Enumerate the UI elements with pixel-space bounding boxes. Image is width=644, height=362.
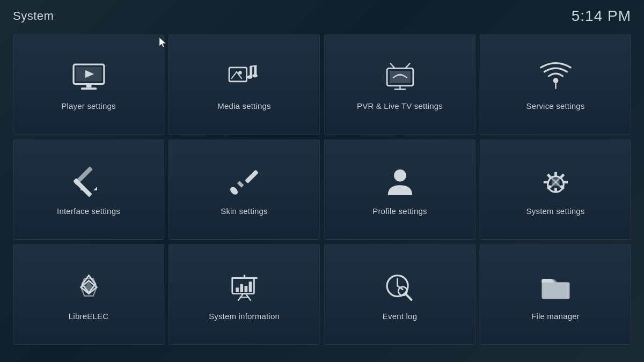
system-information-icon [225, 269, 263, 306]
tile-event-log[interactable]: Event log [324, 244, 475, 345]
svg-point-26 [229, 186, 239, 196]
interface-settings-icon [70, 164, 107, 201]
svg-rect-48 [240, 284, 243, 292]
tile-interface-settings[interactable]: Interface settings [13, 139, 164, 240]
file-manager-label: File manager [531, 312, 580, 321]
pvr-settings-label: PVR & Live TV settings [357, 101, 443, 110]
event-log-label: Event log [383, 312, 417, 321]
svg-rect-30 [554, 188, 557, 193]
skin-settings-icon [225, 164, 263, 201]
tile-pvr-settings[interactable]: PVR & Live TV settings [324, 34, 475, 135]
svg-point-27 [394, 169, 406, 182]
svg-rect-29 [554, 172, 557, 176]
profile-settings-label: Profile settings [372, 206, 427, 216]
libreelec-label: LibreELEC [69, 312, 108, 321]
tile-libreelec[interactable]: LibreELEC [13, 244, 164, 345]
svg-rect-4 [80, 87, 96, 90]
svg-point-18 [553, 78, 558, 83]
media-settings-icon [225, 58, 263, 96]
tile-service-settings[interactable]: Service settings [480, 34, 631, 135]
file-manager-icon [537, 269, 574, 306]
page-title: System [13, 9, 54, 23]
skin-settings-label: Skin settings [221, 206, 268, 216]
svg-rect-50 [248, 282, 252, 292]
svg-rect-32 [564, 181, 568, 184]
svg-line-9 [250, 65, 257, 67]
service-settings-label: Service settings [526, 101, 584, 110]
profile-settings-icon [381, 164, 419, 201]
tile-system-information[interactable]: System information [169, 244, 320, 345]
service-settings-icon [537, 58, 574, 96]
svg-rect-31 [543, 181, 547, 184]
tile-player-settings[interactable]: Player settings [13, 34, 164, 135]
libreelec-icon [70, 269, 107, 306]
system-settings-label: System settings [526, 206, 585, 216]
svg-rect-22 [74, 167, 93, 186]
svg-rect-24 [245, 170, 259, 184]
event-log-icon [381, 269, 419, 306]
svg-rect-47 [236, 287, 239, 292]
svg-point-10 [247, 75, 252, 79]
interface-settings-label: Interface settings [57, 206, 120, 216]
header: System 5:14 PM [0, 0, 644, 30]
svg-rect-8 [254, 65, 257, 75]
svg-point-6 [238, 71, 242, 75]
tile-skin-settings[interactable]: Skin settings [169, 139, 320, 240]
svg-rect-25 [237, 181, 244, 188]
tiles-grid: Player settings Media settings [0, 30, 644, 358]
clock: 5:14 PM [572, 8, 631, 25]
pvr-settings-icon [381, 58, 419, 96]
tile-profile-settings[interactable]: Profile settings [324, 139, 475, 240]
svg-marker-21 [93, 187, 99, 193]
tile-system-settings[interactable]: System settings [480, 139, 631, 240]
system-information-label: System information [209, 312, 280, 321]
svg-rect-49 [244, 286, 247, 292]
player-settings-icon [70, 58, 107, 96]
system-settings-icon [537, 164, 574, 201]
tile-media-settings[interactable]: Media settings [169, 34, 320, 135]
svg-point-11 [252, 74, 258, 78]
player-settings-label: Player settings [61, 101, 115, 110]
svg-rect-13 [390, 71, 411, 83]
media-settings-label: Media settings [217, 101, 271, 110]
svg-rect-3 [86, 84, 91, 88]
tile-file-manager[interactable]: File manager [480, 244, 631, 345]
